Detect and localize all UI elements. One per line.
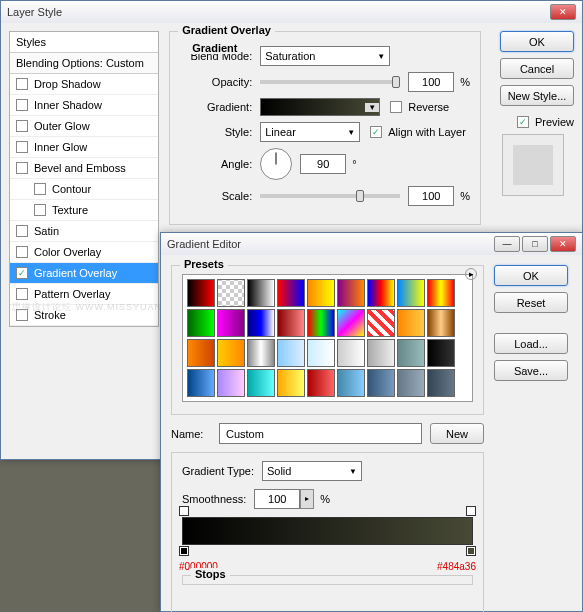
scale-slider[interactable]: [260, 194, 400, 198]
preset-swatch[interactable]: [427, 339, 455, 367]
style-item-texture[interactable]: Texture: [10, 200, 158, 221]
style-item-inner-shadow[interactable]: Inner Shadow: [10, 95, 158, 116]
layer-style-title: Layer Style: [7, 6, 550, 18]
save-button[interactable]: Save...: [494, 360, 568, 381]
checkbox[interactable]: [16, 288, 28, 300]
preset-swatch[interactable]: [307, 309, 335, 337]
style-item-gradient-overlay[interactable]: ✓Gradient Overlay: [10, 263, 158, 284]
style-item-bevel-and-emboss[interactable]: Bevel and Emboss: [10, 158, 158, 179]
style-item-label: Bevel and Emboss: [34, 162, 126, 174]
preset-swatch[interactable]: [217, 309, 245, 337]
preset-swatch[interactable]: [367, 279, 395, 307]
preset-swatch[interactable]: [397, 339, 425, 367]
smoothness-menu-icon[interactable]: ▸: [300, 489, 314, 509]
checkbox[interactable]: [16, 78, 28, 90]
preset-swatch[interactable]: [187, 309, 215, 337]
reverse-checkbox[interactable]: [390, 101, 402, 113]
checkbox[interactable]: [16, 162, 28, 174]
checkbox[interactable]: [16, 246, 28, 258]
preset-swatch[interactable]: [367, 369, 395, 397]
preset-swatch[interactable]: [187, 369, 215, 397]
new-button[interactable]: New: [430, 423, 484, 444]
preset-swatch[interactable]: [217, 369, 245, 397]
style-select[interactable]: Linear▼: [260, 122, 360, 142]
style-item-outer-glow[interactable]: Outer Glow: [10, 116, 158, 137]
style-item-satin[interactable]: Satin: [10, 221, 158, 242]
opacity-input[interactable]: [408, 72, 454, 92]
preset-swatch[interactable]: [397, 369, 425, 397]
preview-checkbox[interactable]: ✓: [517, 116, 529, 128]
preview-label: Preview: [535, 116, 574, 128]
preset-swatch[interactable]: [277, 279, 305, 307]
type-select[interactable]: Solid▼: [262, 461, 362, 481]
preset-swatch[interactable]: [307, 279, 335, 307]
style-item-label: Outer Glow: [34, 120, 90, 132]
name-input[interactable]: [219, 423, 422, 444]
preset-swatch[interactable]: [277, 369, 305, 397]
preset-swatch[interactable]: [337, 339, 365, 367]
checkbox[interactable]: [16, 99, 28, 111]
style-item-drop-shadow[interactable]: Drop Shadow: [10, 74, 158, 95]
preset-swatch[interactable]: [247, 309, 275, 337]
style-item-contour[interactable]: Contour: [10, 179, 158, 200]
angle-dial[interactable]: [260, 148, 292, 180]
preset-swatch[interactable]: [307, 369, 335, 397]
blending-options-item[interactable]: Blending Options: Custom: [10, 53, 158, 74]
preset-swatch[interactable]: [307, 339, 335, 367]
preset-swatch[interactable]: [397, 279, 425, 307]
preset-swatch[interactable]: [277, 339, 305, 367]
scale-input[interactable]: [408, 186, 454, 206]
ok-button[interactable]: OK: [500, 31, 574, 52]
angle-input[interactable]: [300, 154, 346, 174]
gradient-preview-bar[interactable]: #000000 #484a36: [182, 517, 473, 545]
load-button[interactable]: Load...: [494, 333, 568, 354]
preset-swatch[interactable]: [337, 309, 365, 337]
preset-swatch[interactable]: [277, 309, 305, 337]
preset-swatch[interactable]: [247, 339, 275, 367]
minimize-icon[interactable]: ―: [494, 236, 520, 252]
checkbox[interactable]: [16, 120, 28, 132]
blend-mode-select[interactable]: Saturation▼: [260, 46, 390, 66]
ok-button[interactable]: OK: [494, 265, 568, 286]
preset-swatch[interactable]: [247, 279, 275, 307]
close-icon[interactable]: ✕: [550, 4, 576, 20]
checkbox[interactable]: [16, 141, 28, 153]
gradient-editor-titlebar[interactable]: Gradient Editor ― □ ✕: [161, 233, 582, 255]
layer-style-titlebar[interactable]: Layer Style ✕: [1, 1, 582, 23]
preset-swatch[interactable]: [217, 339, 245, 367]
checkbox[interactable]: [34, 183, 46, 195]
checkbox[interactable]: ✓: [16, 267, 28, 279]
align-checkbox[interactable]: ✓: [370, 126, 382, 138]
preset-swatch[interactable]: [217, 279, 245, 307]
preset-swatch[interactable]: [427, 279, 455, 307]
preset-swatch[interactable]: [187, 279, 215, 307]
color-stop-left[interactable]: [179, 546, 189, 556]
stops-label: Stops: [191, 568, 230, 580]
style-item-color-overlay[interactable]: Color Overlay: [10, 242, 158, 263]
checkbox[interactable]: [34, 204, 46, 216]
preset-swatch[interactable]: [427, 369, 455, 397]
opacity-stop-left[interactable]: [179, 506, 189, 516]
preset-swatch[interactable]: [187, 339, 215, 367]
reset-button[interactable]: Reset: [494, 292, 568, 313]
close-icon[interactable]: ✕: [550, 236, 576, 252]
preset-swatch[interactable]: [367, 339, 395, 367]
preset-swatch[interactable]: [337, 369, 365, 397]
checkbox[interactable]: [16, 225, 28, 237]
preset-swatch[interactable]: [337, 279, 365, 307]
preset-swatch[interactable]: [247, 369, 275, 397]
presets-menu-icon[interactable]: ▸: [465, 268, 477, 280]
style-item-inner-glow[interactable]: Inner Glow: [10, 137, 158, 158]
cancel-button[interactable]: Cancel: [500, 58, 574, 79]
maximize-icon[interactable]: □: [522, 236, 548, 252]
new-style-button[interactable]: New Style...: [500, 85, 574, 106]
preset-swatch[interactable]: [427, 309, 455, 337]
opacity-slider[interactable]: [260, 80, 400, 84]
opacity-stop-right[interactable]: [466, 506, 476, 516]
gradient-picker[interactable]: ▼: [260, 98, 380, 116]
preset-swatch[interactable]: [367, 309, 395, 337]
smoothness-input[interactable]: [254, 489, 300, 509]
preset-swatch[interactable]: [397, 309, 425, 337]
styles-header[interactable]: Styles: [10, 32, 158, 53]
color-stop-right[interactable]: [466, 546, 476, 556]
